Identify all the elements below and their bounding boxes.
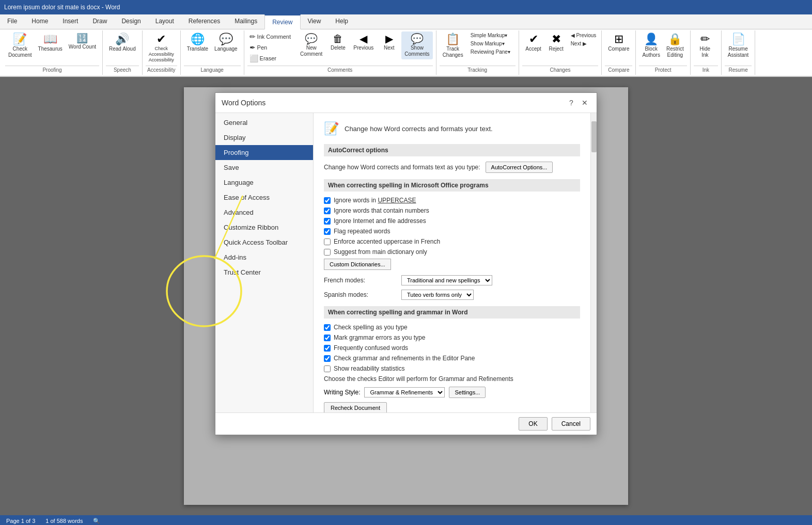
delete-icon: 🗑 (333, 34, 343, 44)
next-comment-button[interactable]: ▶ Next (378, 31, 400, 53)
ribbon-group-speech: 🔊 Read Aloud Speech (103, 30, 143, 75)
nav-display[interactable]: Display (215, 130, 313, 145)
autocorrect-options-button[interactable]: AutoCorrect Options... (486, 162, 553, 173)
check-spelling-type-checkbox[interactable] (324, 324, 331, 331)
nav-advanced[interactable]: Advanced (215, 205, 313, 220)
check-grammar-editor-label: Check grammar and refinements in the Edi… (334, 355, 475, 362)
track-changes-button[interactable]: 📋 Track Changes (440, 31, 466, 60)
spanish-modes-select[interactable]: Tuteo verb forms only (401, 290, 474, 300)
nav-trust-center[interactable]: Trust Center (215, 265, 313, 280)
cancel-button[interactable]: Cancel (552, 417, 590, 431)
enforce-accented-checkbox[interactable] (324, 238, 331, 245)
word-count-button[interactable]: 🔢 Word Count (66, 31, 99, 52)
nav-proofing[interactable]: Proofing (215, 145, 313, 160)
resume-assistant-button[interactable]: 📄 Resume Assistant (725, 31, 752, 60)
show-comments-button[interactable]: 💬 Show Comments (401, 31, 432, 59)
comments-group-label: Comments (247, 66, 433, 74)
nav-quick-access-toolbar[interactable]: Quick Access Toolbar (215, 235, 313, 250)
show-readability-checkbox[interactable] (324, 365, 331, 372)
hide-ink-button[interactable]: ✏ Hide Ink (694, 31, 716, 60)
show-comments-icon: 💬 (411, 34, 424, 44)
translate-button[interactable]: 🌐 Translate (184, 31, 211, 54)
ignore-numbers-checkbox[interactable] (324, 208, 331, 214)
show-readability-label: Show readability statistics (334, 365, 404, 372)
tracking-group-label: Tracking (440, 66, 516, 74)
pen-button[interactable]: ✒ Pen (247, 42, 293, 53)
check-accessibility-button[interactable]: ✔ Check Accessibility Accessibility (146, 31, 177, 65)
restrict-editing-icon: 🔒 (668, 34, 682, 45)
status-bar: Page 1 of 3 1 of 588 words 🔍 (0, 515, 812, 525)
settings-button[interactable]: Settings... (449, 387, 486, 398)
dialog-scrollbar[interactable] (590, 113, 597, 412)
ribbon-group-comments: ✏ Ink Comment ✒ Pen ⬜ Eraser 💬 New Comme… (244, 30, 436, 75)
scrollbar-thumb[interactable] (591, 121, 597, 152)
tab-references[interactable]: References (181, 14, 227, 29)
reviewing-pane-button[interactable]: Reviewing Pane ▾ (469, 48, 512, 56)
confused-words-label: Frequently confused words (334, 344, 408, 352)
autocorrect-form-row: Change how Word corrects and formats tex… (324, 162, 580, 173)
dialog-close-button[interactable]: ✕ (579, 97, 590, 108)
language-button[interactable]: 💬 Language (211, 31, 241, 54)
tab-view[interactable]: View (301, 14, 329, 29)
nav-language[interactable]: Language (215, 175, 313, 190)
cb-check-spelling-type: Check spelling as you type (324, 324, 580, 331)
ok-button[interactable]: OK (519, 417, 547, 431)
nav-ease-of-access[interactable]: Ease of Access (215, 190, 313, 205)
next-change-button[interactable]: Next ▶ (569, 40, 599, 47)
tab-draw[interactable]: Draw (85, 14, 114, 29)
previous-comment-button[interactable]: ◀ Previous (350, 31, 377, 53)
accept-button[interactable]: ✔ Accept (522, 31, 545, 54)
check-grammar-editor-checkbox[interactable] (324, 355, 331, 362)
pen-icon: ✒ (249, 43, 256, 52)
ignore-numbers-label: Ignore words that contain numbers (334, 207, 429, 214)
tab-help[interactable]: Help (328, 14, 355, 29)
autocorrect-section-title: AutoCorrect options (324, 144, 580, 156)
tab-insert[interactable]: Insert (55, 14, 85, 29)
dialog-help-button[interactable]: ? (566, 97, 577, 108)
suggest-main-checkbox[interactable] (324, 249, 331, 256)
writing-style-select[interactable]: Grammar & Refinements (364, 387, 445, 397)
hide-ink-label: Hide Ink (700, 46, 711, 58)
flag-repeated-checkbox[interactable] (324, 228, 331, 235)
thesaurus-button[interactable]: 📖 Thesaurus (35, 31, 66, 54)
tab-layout[interactable]: Layout (148, 14, 181, 29)
french-modes-select[interactable]: Traditional and new spellings (401, 275, 492, 285)
ink-group-label: Ink (694, 66, 718, 74)
tab-home[interactable]: Home (24, 14, 55, 29)
show-markup-button[interactable]: Show Markup ▾ (469, 40, 512, 47)
eraser-button[interactable]: ⬜ Eraser (247, 53, 293, 63)
compare-button[interactable]: ⊞ Compare (605, 31, 632, 54)
custom-dictionaries-button[interactable]: Custom Dictionaries... (324, 259, 391, 270)
simple-markup-button[interactable]: Simple Markup ▾ (469, 31, 512, 39)
mark-grammar-checkbox[interactable] (324, 335, 331, 341)
nav-add-ins[interactable]: Add-ins (215, 250, 313, 265)
nav-general[interactable]: General (215, 115, 313, 130)
nav-customize-ribbon[interactable]: Customize Ribbon (215, 220, 313, 235)
tab-design[interactable]: Design (114, 14, 148, 29)
reject-button[interactable]: ✖ Reject (545, 31, 568, 54)
new-comment-button[interactable]: 💬 New Comment (297, 31, 325, 59)
nav-save[interactable]: Save (215, 160, 313, 175)
restrict-editing-button[interactable]: 🔒 Restrict Editing (663, 31, 687, 60)
block-authors-icon: 👤 (644, 34, 658, 45)
cb-ignore-internet: Ignore Internet and file addresses (324, 217, 580, 225)
tab-review[interactable]: Review (264, 14, 300, 29)
delete-button[interactable]: 🗑 Delete (326, 31, 349, 53)
confused-words-checkbox[interactable] (324, 345, 331, 352)
check-document-button[interactable]: 📝 Check Document (5, 31, 35, 60)
recheck-document-button[interactable]: Recheck Document (324, 402, 387, 412)
ink-comment-button[interactable]: ✏ Ink Comment (247, 31, 293, 42)
page-indicator: Page 1 of 3 (6, 518, 35, 524)
previous-change-button[interactable]: ◀ Previous (569, 31, 599, 39)
resume-assistant-icon: 📄 (731, 34, 745, 45)
track-changes-label: Track Changes (443, 46, 463, 58)
check-document-label: Check Document (8, 46, 32, 58)
tab-file[interactable]: File (0, 14, 24, 29)
ignore-uppercase-checkbox[interactable] (324, 197, 331, 204)
block-authors-button[interactable]: 👤 Block Authors (639, 31, 663, 60)
speech-group-label: Speech (106, 66, 139, 74)
accessibility-group-label: Accessibility (146, 66, 177, 74)
ignore-internet-checkbox[interactable] (324, 218, 331, 225)
read-aloud-button[interactable]: 🔊 Read Aloud (106, 31, 139, 54)
tab-mailings[interactable]: Mailings (227, 14, 264, 29)
